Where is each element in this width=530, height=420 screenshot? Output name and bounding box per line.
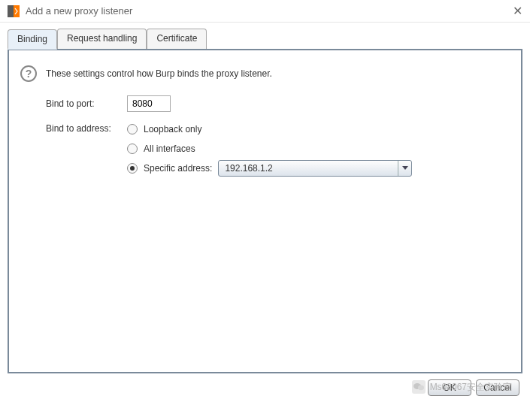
radio-specific-label: Specific address:	[144, 163, 212, 174]
port-label: Bind to port:	[46, 98, 127, 109]
wechat-icon	[412, 380, 426, 394]
svg-point-3	[418, 385, 424, 390]
titlebar: Add a new proxy listener ✕	[0, 0, 530, 23]
svg-rect-1	[14, 5, 20, 17]
tab-request-handling[interactable]: Request handling	[57, 29, 147, 49]
chevron-down-icon[interactable]	[398, 161, 411, 176]
window-title: Add a new proxy listener	[26, 5, 513, 17]
dropdown-value: 192.168.1.2	[219, 163, 398, 174]
watermark-text: Ms08067安全实验室	[430, 381, 512, 394]
radio-all[interactable]	[127, 144, 138, 154]
tabs: Binding Request handling Certificate	[8, 29, 522, 50]
svg-rect-0	[8, 5, 14, 17]
tab-certificate[interactable]: Certificate	[147, 29, 207, 49]
port-input[interactable]	[127, 95, 171, 112]
app-icon	[8, 5, 20, 17]
radio-all-label: All interfaces	[144, 144, 195, 154]
close-icon[interactable]: ✕	[513, 4, 522, 18]
radio-specific[interactable]	[127, 163, 138, 174]
help-icon[interactable]: ?	[20, 65, 37, 82]
tab-binding[interactable]: Binding	[8, 29, 57, 50]
watermark: Ms08067安全实验室	[412, 380, 512, 394]
specific-address-dropdown[interactable]: 192.168.1.2	[218, 160, 412, 177]
radio-loopback[interactable]	[127, 124, 138, 134]
tab-content: ? These settings control how Burp binds …	[8, 50, 522, 373]
address-label: Bind to address:	[46, 119, 127, 134]
description-text: These settings control how Burp binds th…	[46, 68, 272, 79]
radio-loopback-label: Loopback only	[144, 124, 201, 134]
